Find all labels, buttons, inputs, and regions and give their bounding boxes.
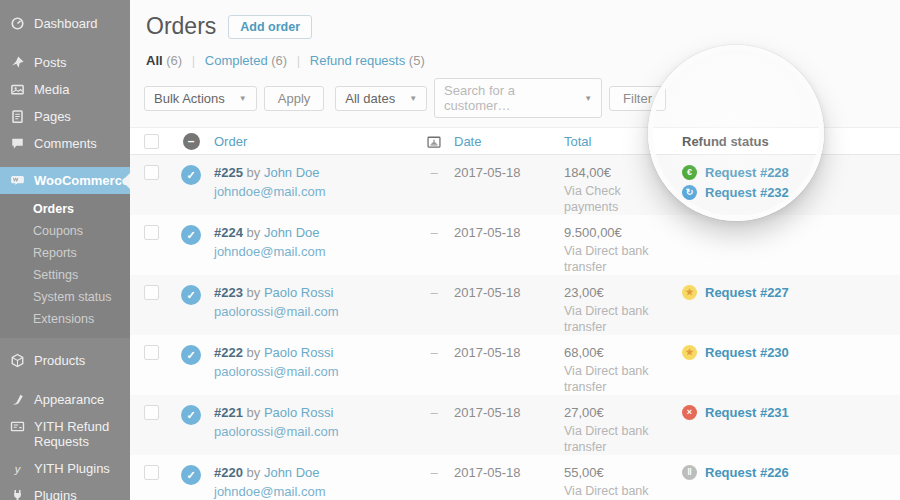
payment-method: Via Direct bank transfer [564, 363, 668, 395]
order-total: 184,00€ [564, 165, 682, 180]
customer-email-link[interactable]: johndoe@mail.com [214, 184, 325, 199]
page-header: Orders Add order [130, 0, 900, 40]
customer-message-cell: – [414, 155, 454, 215]
order-completed-icon: ✓ [181, 405, 201, 425]
tab-completed-count: (6) [271, 53, 287, 68]
sidebar-item-media[interactable]: Media [0, 76, 130, 103]
tab-all[interactable]: All [146, 53, 163, 68]
yith-plugins-icon: y [10, 461, 25, 476]
submenu-item-orders[interactable]: Orders [0, 198, 130, 220]
customer-message-cell: – [414, 215, 454, 275]
refund-request: ↻Request #232 [682, 185, 900, 200]
customer-name-link[interactable]: John Doe [264, 165, 320, 180]
order-by-text: by [247, 465, 261, 480]
add-order-button[interactable]: Add order [228, 15, 312, 39]
sidebar-item-products[interactable]: Products [0, 347, 130, 374]
row-checkbox[interactable] [144, 405, 159, 420]
customer-email-link[interactable]: johndoe@mail.com [214, 244, 325, 259]
filter-button[interactable]: Filter [609, 86, 666, 111]
row-checkbox[interactable] [144, 285, 159, 300]
refund-status-cell: ‖Request #226 [682, 455, 900, 500]
order-number-link[interactable]: #224 [214, 225, 243, 240]
order-by-text: by [247, 165, 261, 180]
table-row[interactable]: ✓ #222 by Paolo Rossi paolorossi@mail.co… [130, 335, 900, 395]
sidebar-item-plugins[interactable]: Plugins [0, 482, 130, 500]
tab-completed[interactable]: Completed [205, 53, 268, 68]
refund-request: €Request #228 [682, 165, 900, 180]
row-checkbox[interactable] [144, 225, 159, 240]
woocommerce-icon [10, 173, 25, 188]
payment-method: Via Direct bank transfer [564, 243, 668, 275]
sidebar-item-yith-refund-requests[interactable]: YITH Refund Requests [0, 413, 130, 455]
column-header-refund-status: Refund status [682, 134, 769, 149]
order-number-link[interactable]: #220 [214, 465, 243, 480]
refund-request-link[interactable]: Request #231 [705, 405, 789, 420]
sidebar-item-label: Products [34, 353, 85, 368]
customer-name-link[interactable]: John Doe [264, 225, 320, 240]
sidebar-item-pages[interactable]: Pages [0, 103, 130, 130]
payment-method: Via Direct bank transfer [564, 483, 668, 500]
sidebar-item-appearance[interactable]: Appearance [0, 386, 130, 413]
row-checkbox[interactable] [144, 345, 159, 360]
customer-name-link[interactable]: John Doe [264, 465, 320, 480]
order-number-link[interactable]: #222 [214, 345, 243, 360]
order-number-link[interactable]: #223 [214, 285, 243, 300]
refund-request-link[interactable]: Request #230 [705, 345, 789, 360]
table-row[interactable]: ✓ #221 by Paolo Rossi paolorossi@mail.co… [130, 395, 900, 455]
column-header-total[interactable]: Total [564, 134, 591, 149]
refund-status-rejected-icon: × [682, 405, 697, 420]
order-total: 23,00€ [564, 285, 682, 300]
sidebar-item-posts[interactable]: Posts [0, 49, 130, 76]
refund-request: ★Request #227 [682, 285, 900, 300]
table-row[interactable]: ✓ #223 by Paolo Rossi paolorossi@mail.co… [130, 275, 900, 335]
customer-email-link[interactable]: paolorossi@mail.com [214, 424, 338, 439]
sidebar-item-comments[interactable]: Comments [0, 130, 130, 157]
customer-email-link[interactable]: paolorossi@mail.com [214, 304, 338, 319]
order-completed-icon: ✓ [181, 165, 201, 185]
order-date: 2017-05-18 [454, 215, 564, 275]
tab-refund-requests[interactable]: Refund requests [310, 53, 405, 68]
sidebar-item-label: YITH Refund Requests [34, 419, 122, 449]
refund-request-link[interactable]: Request #227 [705, 285, 789, 300]
payment-method: Via Check payments [564, 183, 668, 215]
submenu-item-reports[interactable]: Reports [0, 242, 130, 264]
refund-status-cell: ★Request #230 [682, 335, 900, 395]
customer-name-link[interactable]: Paolo Rossi [264, 285, 333, 300]
refund-request-link[interactable]: Request #232 [705, 185, 789, 200]
customer-email-link[interactable]: paolorossi@mail.com [214, 364, 338, 379]
comments-icon [10, 136, 25, 151]
customer-name-link[interactable]: Paolo Rossi [264, 345, 333, 360]
order-number-link[interactable]: #225 [214, 165, 243, 180]
refund-request-link[interactable]: Request #226 [705, 465, 789, 480]
submenu-item-coupons[interactable]: Coupons [0, 220, 130, 242]
table-row[interactable]: ✓ #225 by John Doe johndoe@mail.com – 20… [130, 155, 900, 215]
sidebar-item-woocommerce[interactable]: WooCommerce [0, 167, 130, 194]
submenu-item-system-status[interactable]: System status [0, 286, 130, 308]
submenu-item-extensions[interactable]: Extensions [0, 308, 130, 330]
sidebar-item-dashboard[interactable]: Dashboard [0, 10, 130, 37]
apply-button[interactable]: Apply [264, 86, 325, 111]
table-row[interactable]: ✓ #224 by John Doe johndoe@mail.com – 20… [130, 215, 900, 275]
order-completed-icon: ✓ [181, 225, 201, 245]
order-number-link[interactable]: #221 [214, 405, 243, 420]
refund-status-new-icon: ★ [682, 285, 697, 300]
tab-all-count: (6) [166, 53, 182, 68]
customer-name-link[interactable]: Paolo Rossi [264, 405, 333, 420]
table-row[interactable]: ✓ #220 by John Doe johndoe@mail.com – 20… [130, 455, 900, 500]
column-header-order[interactable]: Order [214, 134, 247, 149]
column-header-date[interactable]: Date [454, 134, 481, 149]
select-all-checkbox[interactable] [144, 134, 159, 149]
row-checkbox[interactable] [144, 465, 159, 480]
row-checkbox[interactable] [144, 165, 159, 180]
submenu-item-settings[interactable]: Settings [0, 264, 130, 286]
bulk-actions-select[interactable]: Bulk Actions ▼ [144, 86, 257, 111]
sidebar-item-yith-plugins[interactable]: yYITH Plugins [0, 455, 130, 482]
customer-message-cell: – [414, 455, 454, 500]
customer-search-select[interactable]: Search for a customer… ▼ [434, 78, 602, 118]
refund-request-link[interactable]: Request #228 [705, 165, 789, 180]
customer-email-link[interactable]: johndoe@mail.com [214, 484, 325, 499]
sidebar-item-label: Plugins [34, 488, 77, 500]
date-filter-select[interactable]: All dates ▼ [335, 86, 427, 111]
order-completed-icon: ✓ [181, 285, 201, 305]
order-by-text: by [247, 405, 261, 420]
